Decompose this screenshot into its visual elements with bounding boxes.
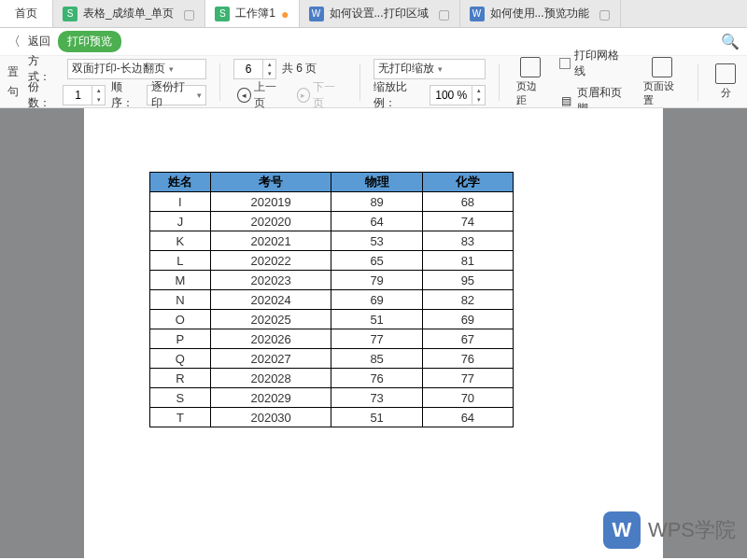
table-header: 物理 [331,173,422,192]
table-row: M2020237995 [150,271,514,290]
margins-icon [520,57,541,77]
tab-restore-icon[interactable]: ▢ [183,7,195,21]
tab-restore-icon[interactable]: ▢ [599,7,611,21]
headerfooter-icon: ▤ [559,93,573,108]
table-cell: 69 [331,290,422,310]
divider [698,63,698,101]
table-cell: P [150,329,211,349]
copies-spinbox[interactable]: ▴▾ [63,85,106,105]
unsaved-dot-icon: ● [281,7,289,21]
table-cell: 202021 [210,231,331,251]
caret-down-icon: ▾ [197,91,202,100]
table-cell: J [150,212,211,231]
mode-dropdown[interactable]: 双面打印-长边翻页 ▾ [67,59,206,79]
table-row: L2020226581 [150,251,514,271]
table-row: I2020198968 [150,192,514,212]
order-label: 顺序： [111,79,140,111]
table-cell: 202028 [210,369,331,388]
table-cell: 202024 [210,290,331,310]
zoom-input[interactable] [430,89,472,102]
zoom-label: 缩放比例： [374,79,424,111]
cut-label: 句 [7,84,19,100]
next-page-button: ▸下一页 [293,77,347,113]
table-cell: 64 [331,212,422,231]
tab-home[interactable]: 首页 [0,0,53,27]
copies-label: 份数： [28,79,57,111]
watermark-text: WPS学院 [648,516,736,544]
back-arrow-icon[interactable]: 〈 [7,34,21,50]
tab-restore-icon[interactable]: ▢ [438,7,450,21]
spin-up-icon[interactable]: ▴ [262,60,275,69]
print-mode-group: 方式： 双面打印-长边翻页 ▾ 份数： ▴▾ 顺序： 逐份打印 ▾ [28,58,206,106]
tab-workbook[interactable]: S 工作簿1 ● [205,0,299,27]
table-cell: 95 [422,271,513,290]
table-cell: 67 [422,329,513,349]
tab-doc2[interactable]: W 如何使用...预览功能 ▢ [460,0,621,27]
table-cell: 74 [422,212,513,231]
table-row: R2020287677 [150,369,514,388]
table-cell: 64 [422,408,513,427]
table-cell: 79 [331,271,422,290]
table-cell: 69 [422,310,513,329]
table-row: O2020255169 [150,310,514,329]
table-cell: M [150,271,211,290]
options-group: 打印网格线 ▤ 页眉和页脚 [557,47,629,118]
print-toolbar: 置 句 方式： 双面打印-长边翻页 ▾ 份数： ▴▾ 顺序： 逐份打印 ▾ [0,56,747,108]
table-cell: 53 [331,231,422,251]
tab-doc1[interactable]: W 如何设置...打印区域 ▢ [300,0,460,27]
spin-down-icon[interactable]: ▾ [92,95,105,105]
table-cell: 202026 [210,329,331,349]
table-cell: 70 [422,388,513,408]
page-total: 共 6 页 [282,61,317,77]
prev-icon: ◂ [237,88,251,103]
table-cell: 65 [331,251,422,271]
preview-pill: 打印预览 [58,31,121,52]
table-cell: S [150,388,211,408]
gridlines-checkbox[interactable]: 打印网格线 [557,47,629,80]
table-cell: 82 [422,290,513,310]
table-cell: 202022 [210,251,331,271]
data-table: 姓名考号物理化学 I2020198968J2020206474K20202153… [149,172,514,427]
search-icon[interactable]: 🔍 [721,33,740,50]
split-button-cut[interactable]: 分 [712,62,740,102]
spin-up-icon[interactable]: ▴ [92,86,105,95]
spin-down-icon[interactable]: ▾ [472,95,485,105]
gridlines-label: 打印网格线 [574,48,628,79]
table-cell: 89 [331,192,422,212]
tab-label: 如何设置...打印区域 [330,6,429,21]
table-cell: 83 [422,231,513,251]
zoom-spinbox[interactable]: ▴▾ [430,85,486,105]
table-cell: 202023 [210,271,331,290]
page-spinbox[interactable]: ▴▾ [233,59,276,79]
page-preview: 姓名考号物理化学 I2020198968J2020206474K20202153… [84,108,663,558]
table-row: S2020297370 [150,388,514,408]
table-cell: 68 [422,192,513,212]
table-cell: 202027 [210,349,331,369]
table-row: J2020206474 [150,212,514,231]
tab-label: 表格_成绩单_单页 [83,6,174,21]
page-input[interactable] [234,63,262,76]
table-cell: 51 [331,310,422,329]
table-cell: 202025 [210,310,331,329]
divider [219,63,220,101]
pagesetup-button[interactable]: 页面设置 [640,55,684,109]
caret-down-icon: ▾ [169,64,174,74]
table-cell: L [150,251,211,271]
tab-sheet1[interactable]: S 表格_成绩单_单页 ▢ [53,0,205,27]
copies-input[interactable] [63,89,92,102]
back-button[interactable]: 返回 [28,34,50,49]
spin-up-icon[interactable]: ▴ [472,86,485,95]
sheets-icon: S [63,7,78,21]
caret-down-icon: ▾ [438,64,443,74]
table-cell: 73 [331,388,422,408]
tab-label: 工作簿1 [235,6,275,21]
table-row: N2020246982 [150,290,514,310]
table-cell: I [150,192,211,212]
table-cell: 202030 [210,408,331,427]
preview-header: 〈 返回 打印预览 🔍 [0,28,747,56]
scale-dropdown[interactable]: 无打印缩放 ▾ [374,59,486,79]
margins-button[interactable]: 页边距 [513,55,548,109]
order-dropdown[interactable]: 逐份打印 ▾ [147,85,206,105]
prev-page-button[interactable]: ◂上一页 [233,77,288,113]
table-header: 考号 [210,173,331,192]
